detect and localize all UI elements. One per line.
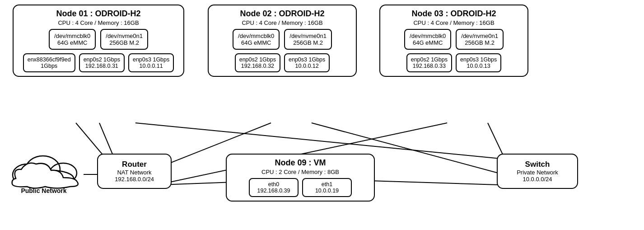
node01-net-1: enp0s2 1Gbps 192.168.0.31 <box>79 53 125 72</box>
node02-storage-1: /dev/nvme0n1 256GB M.2 <box>284 29 332 50</box>
router-line1: NAT Network <box>107 169 162 176</box>
node01-network-row: enx88366cf9f9ed 1Gbps enp0s2 1Gbps 192.1… <box>14 53 183 76</box>
vm-box: Node 09 : VM CPU : 2 Core / Memory : 8GB… <box>226 154 375 202</box>
node03-title: Node 03 : ODROID-H2 <box>380 9 527 19</box>
node01-title: Node 01 : ODROID-H2 <box>14 9 183 19</box>
switch-line2: 10.0.0.0/24 <box>507 176 568 183</box>
switch-box: Switch Private Network 10.0.0.0/24 <box>497 154 578 189</box>
diagram: Node 01 : ODROID-H2 CPU : 4 Core / Memor… <box>0 0 644 230</box>
node02-network-row: enp0s2 1Gbps 192.168.0.32 enp0s3 1Gbps 1… <box>209 53 356 76</box>
node01-net-0: enx88366cf9f9ed 1Gbps <box>23 53 75 72</box>
node02-storage-0: /dev/mmcblk0 64G eMMC <box>233 29 280 50</box>
node03-subtitle: CPU : 4 Core / Memory : 16GB <box>380 19 527 26</box>
vm-title: Node 09 : VM <box>227 158 374 168</box>
svg-line-8 <box>370 181 513 185</box>
vm-subtitle: CPU : 2 Core / Memory : 8GB <box>227 169 374 175</box>
node02-box: Node 02 : ODROID-H2 CPU : 4 Core / Memor… <box>208 5 357 77</box>
node03-box: Node 03 : ODROID-H2 CPU : 4 Core / Memor… <box>379 5 528 77</box>
node02-net-0: enp0s2 1Gbps 192.168.0.32 <box>235 53 280 72</box>
node02-storage-row: /dev/mmcblk0 64G eMMC /dev/nvme0n1 256GB… <box>209 29 356 50</box>
switch-title: Switch <box>507 160 568 169</box>
node01-subtitle: CPU : 4 Core / Memory : 16GB <box>14 19 183 26</box>
node01-net-2: enp0s3 1Gbps 10.0.0.11 <box>128 53 174 72</box>
node01-storage-1: /dev/nvme0n1 256GB M.2 <box>100 29 148 50</box>
node03-storage-row: /dev/mmcblk0 64G eMMC /dev/nvme0n1 256GB… <box>380 29 527 50</box>
node02-net-1: enp0s3 1Gbps 10.0.0.12 <box>284 53 330 72</box>
node03-net-1: enp0s3 1Gbps 10.0.0.13 <box>456 53 501 72</box>
node01-box: Node 01 : ODROID-H2 CPU : 4 Core / Memor… <box>13 5 184 77</box>
node01-storage-row: /dev/mmcblk0 64G eMMC /dev/nvme0n1 256GB… <box>14 29 183 50</box>
switch-line1: Private Network <box>507 169 568 176</box>
cloud-icon <box>2 147 86 192</box>
vm-net-0: eth0 192.168.0.39 <box>249 178 299 197</box>
vm-network-row: eth0 192.168.0.39 eth1 10.0.0.19 <box>227 178 374 201</box>
node02-subtitle: CPU : 4 Core / Memory : 16GB <box>209 19 356 26</box>
node03-network-row: enp0s2 1Gbps 192.168.0.33 enp0s3 1Gbps 1… <box>380 53 527 76</box>
node02-title: Node 02 : ODROID-H2 <box>209 9 356 19</box>
router-line2: 192.168.0.0/24 <box>107 176 162 183</box>
node03-storage-0: /dev/mmcblk0 64G eMMC <box>404 29 451 50</box>
node01-storage-0: /dev/mmcblk0 64G eMMC <box>49 29 96 50</box>
public-network-cloud: Public Network <box>1 147 87 194</box>
router-title: Router <box>107 160 162 169</box>
router-box: Router NAT Network 192.168.0.0/24 <box>97 154 172 189</box>
node03-storage-1: /dev/nvme0n1 256GB M.2 <box>456 29 504 50</box>
node03-net-0: enp0s2 1Gbps 192.168.0.33 <box>406 53 452 72</box>
vm-net-1: eth1 10.0.0.19 <box>302 178 352 197</box>
